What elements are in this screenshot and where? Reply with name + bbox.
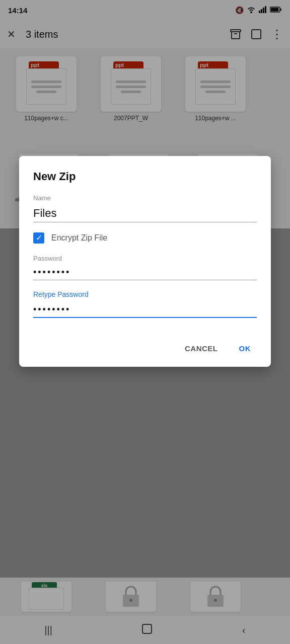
name-input[interactable] xyxy=(33,205,257,222)
dialog-overlay: New Zip Name ✓ Encrypt Zip File Password… xyxy=(0,0,290,644)
ok-button[interactable]: OK xyxy=(233,340,257,357)
encrypt-label: Encrypt Zip File xyxy=(51,233,107,243)
new-zip-dialog: New Zip Name ✓ Encrypt Zip File Password… xyxy=(19,156,271,367)
dialog-title: New Zip xyxy=(33,170,257,183)
cancel-button[interactable]: CANCEL xyxy=(179,340,224,357)
dialog-buttons: CANCEL OK xyxy=(33,340,257,357)
checkmark-icon: ✓ xyxy=(36,234,42,242)
encrypt-checkbox[interactable]: ✓ xyxy=(33,232,44,244)
password-input[interactable] xyxy=(33,265,257,280)
encrypt-checkbox-row: ✓ Encrypt Zip File xyxy=(33,232,257,244)
password-label: Password xyxy=(33,255,257,262)
retype-password-input[interactable] xyxy=(33,302,257,318)
name-label: Name xyxy=(33,194,257,202)
retype-password-label: Retype Password xyxy=(33,290,257,298)
